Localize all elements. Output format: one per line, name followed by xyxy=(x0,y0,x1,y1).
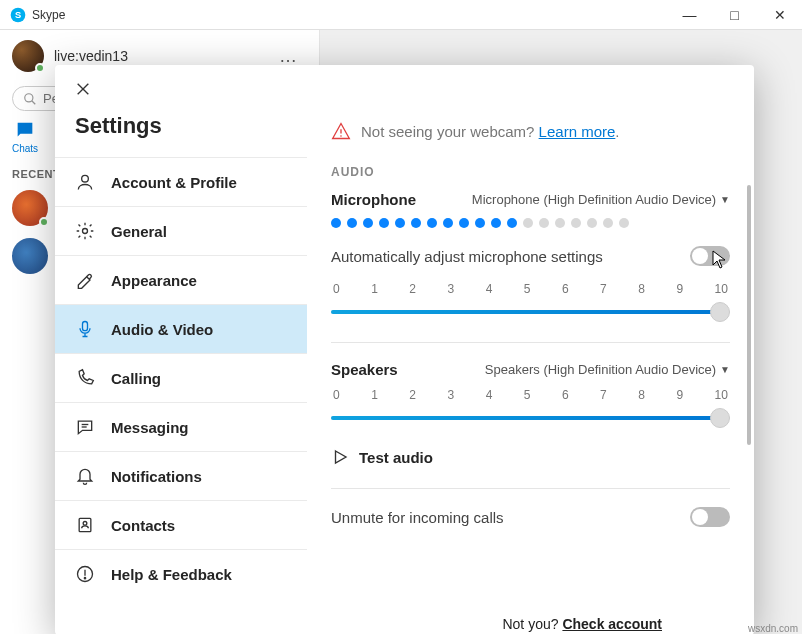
settings-panel: Not seeing your webcam? Learn more. AUDI… xyxy=(307,65,754,634)
svg-rect-8 xyxy=(83,322,88,331)
test-audio-button[interactable]: Test audio xyxy=(331,448,730,466)
webcam-warning-row: Not seeing your webcam? Learn more. xyxy=(331,121,730,141)
play-icon xyxy=(331,448,349,466)
microphone-device-select[interactable]: Microphone (High Definition Audio Device… xyxy=(472,192,730,207)
presence-dot xyxy=(39,217,49,227)
help-icon xyxy=(75,564,95,584)
presence-dot xyxy=(35,63,45,73)
microphone-level-meter xyxy=(331,218,730,228)
svg-line-3 xyxy=(32,100,36,104)
auto-adjust-toggle[interactable] xyxy=(690,246,730,266)
auto-adjust-label: Automatically adjust microphone settings xyxy=(331,248,603,265)
divider xyxy=(331,488,730,489)
contact-avatar xyxy=(12,190,48,226)
speakers-label: Speakers xyxy=(331,361,398,378)
unmute-label: Unmute for incoming calls xyxy=(331,509,504,526)
toggle-knob xyxy=(692,509,708,525)
tab-chats[interactable]: Chats xyxy=(12,119,38,154)
nav-messaging[interactable]: Messaging xyxy=(55,402,307,451)
avatar xyxy=(12,40,44,72)
gear-icon xyxy=(75,221,95,241)
learn-more-link[interactable]: Learn more xyxy=(539,123,616,140)
minimize-button[interactable]: — xyxy=(667,0,712,30)
close-window-button[interactable]: ✕ xyxy=(757,0,802,30)
divider xyxy=(331,342,730,343)
unmute-toggle[interactable] xyxy=(690,507,730,527)
account-icon xyxy=(75,172,95,192)
settings-title: Settings xyxy=(55,109,307,157)
svg-point-6 xyxy=(82,175,89,182)
microphone-icon xyxy=(75,319,95,339)
svg-point-15 xyxy=(84,578,85,579)
chat-icon xyxy=(14,119,36,141)
close-icon xyxy=(75,81,91,97)
source-tag: wsxdn.com xyxy=(748,623,798,634)
cursor-icon xyxy=(712,250,728,270)
footer-text: Not you? Check account xyxy=(502,616,662,632)
speakers-slider-ticks: 012345678910 xyxy=(331,388,730,402)
settings-modal: Settings Account & Profile General Appea… xyxy=(55,65,754,634)
more-button[interactable]: … xyxy=(271,46,307,67)
nav-contacts[interactable]: Contacts xyxy=(55,500,307,549)
microphone-volume-slider[interactable] xyxy=(331,302,730,322)
user-display-name: live:vedin13 xyxy=(54,48,271,64)
svg-point-7 xyxy=(83,229,88,234)
contact-avatar xyxy=(12,238,48,274)
window-titlebar: S Skype — □ ✕ xyxy=(0,0,802,30)
warning-icon xyxy=(331,121,351,141)
search-icon xyxy=(23,92,37,106)
messaging-icon xyxy=(75,417,95,437)
window-title: Skype xyxy=(32,8,667,22)
bell-icon xyxy=(75,466,95,486)
nav-help[interactable]: Help & Feedback xyxy=(55,549,307,598)
svg-point-2 xyxy=(25,93,33,101)
close-settings-button[interactable] xyxy=(55,65,307,109)
chevron-down-icon: ▼ xyxy=(720,364,730,375)
svg-point-12 xyxy=(83,522,87,526)
contacts-icon xyxy=(75,515,95,535)
nav-appearance[interactable]: Appearance xyxy=(55,255,307,304)
speakers-device-select[interactable]: Speakers (High Definition Audio Device)▼ xyxy=(485,362,730,377)
check-account-link[interactable]: Check account xyxy=(562,616,662,632)
microphone-label: Microphone xyxy=(331,191,416,208)
toggle-knob xyxy=(692,248,708,264)
skype-icon: S xyxy=(10,7,26,23)
nav-general[interactable]: General xyxy=(55,206,307,255)
appearance-icon xyxy=(75,270,95,290)
settings-nav: Settings Account & Profile General Appea… xyxy=(55,65,307,634)
audio-section-header: AUDIO xyxy=(331,165,730,179)
chevron-down-icon: ▼ xyxy=(720,194,730,205)
speakers-volume-slider[interactable] xyxy=(331,408,730,428)
svg-point-17 xyxy=(340,135,342,137)
nav-notifications[interactable]: Notifications xyxy=(55,451,307,500)
phone-icon xyxy=(75,368,95,388)
slider-knob[interactable] xyxy=(710,302,730,322)
svg-text:S: S xyxy=(15,10,21,20)
maximize-button[interactable]: □ xyxy=(712,0,757,30)
scrollbar[interactable] xyxy=(747,185,751,445)
slider-knob[interactable] xyxy=(710,408,730,428)
nav-account[interactable]: Account & Profile xyxy=(55,157,307,206)
microphone-slider-ticks: 012345678910 xyxy=(331,282,730,296)
nav-audio-video[interactable]: Audio & Video xyxy=(55,304,307,353)
nav-calling[interactable]: Calling xyxy=(55,353,307,402)
